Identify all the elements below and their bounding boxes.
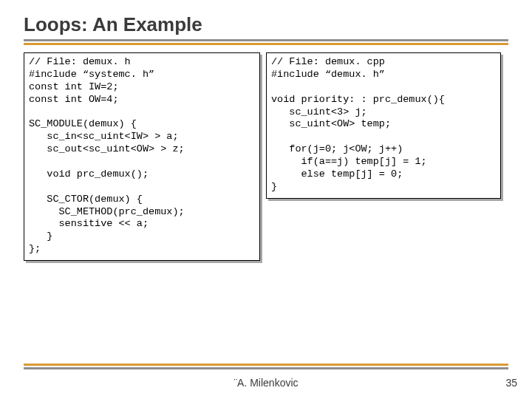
title-underline: [24, 39, 508, 45]
slide: Loops: An Example // File: demux. h #inc…: [0, 0, 532, 399]
slide-title: Loops: An Example: [24, 13, 508, 36]
code-box-header: // File: demux. h #include “systemc. h” …: [24, 52, 260, 261]
footer: ¨A. Milenkovic 35: [0, 377, 532, 389]
page-number: 35: [505, 377, 517, 389]
footer-underline: [24, 364, 508, 369]
code-columns: // File: demux. h #include “systemc. h” …: [24, 52, 508, 261]
code-right: // File: demux. cpp #include “demux. h” …: [271, 56, 496, 194]
code-left: // File: demux. h #include “systemc. h” …: [29, 56, 255, 256]
code-box-source: // File: demux. cpp #include “demux. h” …: [266, 52, 501, 199]
footer-credit: ¨A. Milenkovic: [0, 377, 532, 389]
